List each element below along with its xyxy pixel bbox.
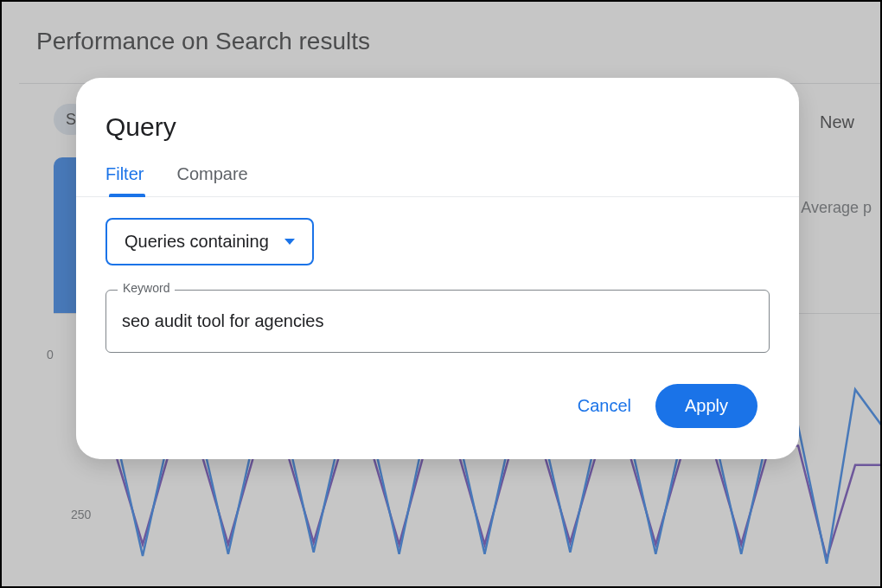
modal-content: Queries containing Keyword <box>76 197 799 353</box>
apply-button[interactable]: Apply <box>655 384 757 428</box>
modal-title: Query <box>76 112 799 164</box>
query-filter-modal: Query Filter Compare Queries containing … <box>76 78 799 459</box>
modal-tabs: Filter Compare <box>76 164 799 197</box>
tab-filter[interactable]: Filter <box>105 164 144 196</box>
chevron-down-icon <box>284 239 295 245</box>
tab-compare[interactable]: Compare <box>176 164 247 196</box>
cancel-button[interactable]: Cancel <box>578 396 631 416</box>
query-match-select[interactable]: Queries containing <box>105 218 314 265</box>
keyword-input[interactable] <box>105 290 770 353</box>
keyword-field-label: Keyword <box>118 281 175 295</box>
keyword-field-wrap: Keyword <box>105 290 770 353</box>
select-label: Queries containing <box>125 232 269 252</box>
modal-actions: Cancel Apply <box>76 353 799 433</box>
